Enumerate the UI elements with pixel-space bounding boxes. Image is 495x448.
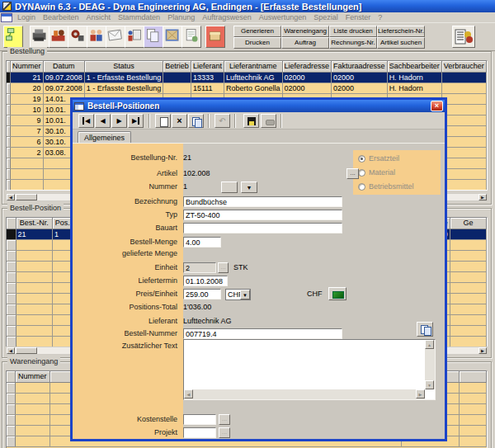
wareneingang-button[interactable]: Wareneingang — [281, 26, 329, 37]
generieren-button[interactable]: Generieren — [233, 26, 281, 37]
cell[interactable]: 09.07.2008 — [43, 83, 84, 93]
cell[interactable]: 2 — [11, 147, 44, 158]
col-gesamt[interactable]: Ge — [450, 218, 486, 229]
table-row[interactable]: 2109.07.20081 - Erfasste Bestellung13333… — [7, 72, 487, 83]
artikel-lookup-button[interactable] — [346, 168, 359, 179]
col-lieferadresse[interactable]: Lieferadresse — [282, 61, 332, 72]
copy-icon[interactable] — [417, 322, 433, 337]
printer-icon[interactable] — [30, 26, 50, 48]
cell[interactable] — [450, 261, 486, 271]
bezeichnung-input[interactable] — [183, 196, 342, 207]
tools-icon[interactable] — [49, 26, 68, 48]
next-record-icon[interactable] — [111, 114, 127, 128]
cell[interactable] — [16, 414, 50, 425]
menu-fenster[interactable]: Fenster — [346, 13, 371, 21]
cell[interactable]: 15111 — [191, 83, 224, 93]
currency-exchange-icon[interactable] — [328, 287, 346, 300]
cell[interactable] — [16, 239, 52, 250]
kostenstelle-input[interactable] — [183, 414, 216, 425]
cell[interactable] — [441, 83, 486, 93]
cell[interactable] — [16, 425, 50, 436]
preis-einheit-input[interactable] — [183, 289, 221, 299]
bestell-menge-input[interactable] — [183, 237, 221, 248]
scroll-down-icon[interactable] — [425, 380, 434, 389]
cell[interactable] — [450, 239, 486, 250]
cell[interactable] — [16, 314, 52, 325]
row-selector[interactable] — [7, 325, 16, 336]
cell[interactable] — [441, 93, 486, 104]
cell[interactable] — [450, 282, 486, 293]
textarea-vscrollbar[interactable] — [425, 340, 435, 389]
cell[interactable] — [450, 304, 486, 314]
cell[interactable]: H. Hadorn — [387, 72, 441, 83]
cell[interactable]: 02000 — [332, 83, 388, 93]
menu-auswertungen[interactable]: Auswertungen — [259, 13, 307, 21]
cell[interactable] — [441, 158, 486, 168]
documents-icon[interactable] — [144, 26, 163, 48]
first-record-icon[interactable] — [78, 114, 94, 128]
cell[interactable] — [450, 325, 486, 336]
col-nummer[interactable]: Nummer — [16, 371, 50, 382]
menu-auftragswesen[interactable]: Auftragswesen — [202, 13, 252, 21]
cell[interactable]: 19 — [11, 93, 44, 104]
row-selector[interactable] — [7, 314, 16, 325]
menu-stammdaten[interactable]: Stammdaten — [118, 13, 160, 21]
cell[interactable] — [450, 250, 486, 261]
cell[interactable]: 02000 — [282, 83, 332, 93]
cell[interactable] — [16, 403, 50, 414]
cell[interactable] — [16, 336, 52, 347]
cell[interactable]: 6 — [11, 136, 44, 147]
auftrag-button[interactable]: Auftrag — [281, 37, 329, 49]
cell[interactable]: H. Hadorn — [387, 83, 441, 93]
einheit-lookup-button[interactable] — [218, 262, 229, 273]
cell[interactable] — [441, 179, 486, 190]
cell[interactable] — [16, 250, 52, 261]
mdi-system-icon[interactable] — [1, 13, 12, 22]
cell[interactable] — [16, 271, 52, 282]
col-lieferantname[interactable]: Lieferantname — [224, 61, 282, 72]
cell[interactable]: 21 — [11, 72, 44, 83]
cell[interactable] — [441, 104, 486, 115]
package-icon[interactable] — [205, 26, 225, 48]
row-selector[interactable] — [7, 229, 16, 239]
workers-icon[interactable] — [87, 26, 106, 48]
einheit-input[interactable] — [183, 262, 216, 273]
row-selector[interactable] — [7, 293, 16, 304]
cell[interactable] — [441, 168, 486, 179]
cell[interactable]: 21 — [16, 229, 52, 239]
previous-record-icon[interactable] — [95, 114, 111, 128]
scroll-left-icon[interactable] — [7, 194, 15, 200]
cell[interactable] — [11, 179, 44, 190]
cell[interactable] — [441, 115, 486, 125]
cell[interactable] — [459, 436, 486, 446]
scroll-left-icon[interactable] — [7, 347, 15, 354]
cell[interactable]: 9 — [11, 115, 44, 125]
menu-planung[interactable]: Planung — [167, 13, 195, 21]
undo-icon[interactable] — [214, 114, 230, 128]
row-selector[interactable] — [7, 282, 16, 293]
bestell-nummer-input[interactable] — [183, 328, 342, 339]
row-selector[interactable] — [7, 425, 16, 436]
cell[interactable] — [16, 261, 52, 271]
cell[interactable] — [163, 83, 191, 93]
cell[interactable] — [163, 72, 191, 83]
textarea-hscrollbar[interactable] — [184, 389, 425, 399]
note-icon[interactable] — [182, 26, 201, 48]
cell[interactable] — [11, 158, 44, 168]
cell[interactable] — [16, 436, 50, 446]
row-selector[interactable] — [7, 414, 16, 425]
col-verbraucher[interactable]: Verbraucher — [441, 61, 486, 72]
chevron-down-icon[interactable] — [240, 290, 250, 299]
close-icon[interactable] — [431, 101, 443, 111]
cell[interactable] — [11, 168, 44, 179]
row-selector[interactable] — [7, 239, 16, 250]
cell[interactable] — [450, 336, 486, 347]
cell[interactable] — [450, 229, 486, 239]
cell[interactable] — [16, 304, 52, 314]
scroll-right-icon[interactable] — [478, 194, 487, 200]
liste-drucken-button[interactable]: Liste drucken — [329, 26, 377, 37]
new-record-icon[interactable] — [155, 114, 171, 128]
cell[interactable] — [441, 136, 486, 147]
misc-icon[interactable] — [261, 114, 276, 128]
inventory-icon[interactable] — [125, 26, 144, 48]
